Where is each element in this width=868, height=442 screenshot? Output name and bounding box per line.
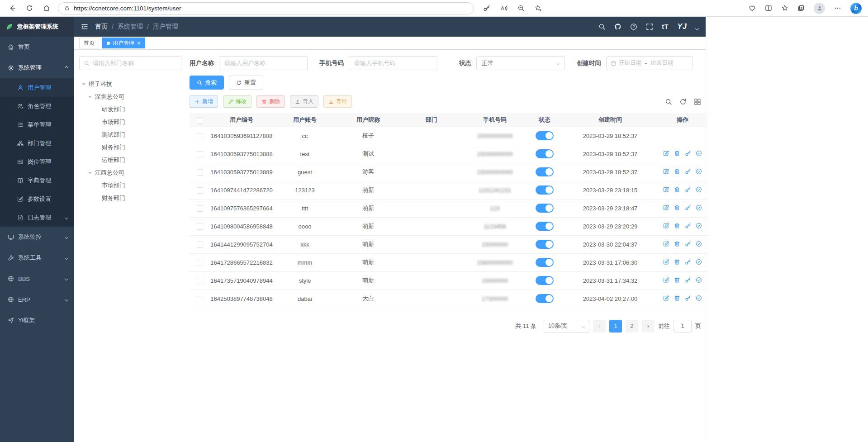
reset-password-icon[interactable] <box>685 168 691 175</box>
edit-icon[interactable] <box>663 168 669 175</box>
add-button[interactable]: 新增 <box>190 95 218 108</box>
browser-essentials-icon[interactable] <box>749 5 756 12</box>
assign-role-icon[interactable] <box>696 259 702 265</box>
sidebar-item-user-management[interactable]: 用户管理 <box>0 78 74 97</box>
row-checkbox[interactable] <box>197 223 203 230</box>
fullscreen-icon[interactable] <box>646 23 653 30</box>
delete-icon[interactable] <box>674 277 680 283</box>
delete-icon[interactable] <box>674 223 680 229</box>
delete-icon[interactable] <box>674 150 680 157</box>
favorite-add-icon[interactable] <box>535 5 542 12</box>
tree-node-branch[interactable]: 深圳总公司 <box>79 90 181 103</box>
username-input[interactable] <box>224 60 302 67</box>
sidebar-item-dept-management[interactable]: 部门管理 <box>0 134 74 152</box>
sidebar-item-menu-management[interactable]: 菜单管理 <box>0 115 74 134</box>
delete-icon[interactable] <box>674 259 680 265</box>
page-size-select[interactable]: 10条/页 <box>544 320 589 333</box>
row-checkbox[interactable] <box>197 260 203 266</box>
breadcrumb-home[interactable]: 首页 <box>95 23 108 31</box>
delete-icon[interactable] <box>674 204 680 211</box>
favorites-bar-icon[interactable] <box>781 5 788 12</box>
assign-role-icon[interactable] <box>696 204 702 211</box>
edit-icon[interactable] <box>663 277 669 283</box>
sidebar-item-log-management[interactable]: 日志管理 <box>0 208 74 227</box>
sidebar-item-post-management[interactable]: 岗位管理 <box>0 152 74 171</box>
toggle-search-icon[interactable] <box>665 98 672 105</box>
split-screen-icon[interactable] <box>765 5 772 12</box>
next-page-button[interactable]: › <box>642 320 655 333</box>
back-button[interactable] <box>6 2 18 14</box>
department-search-box[interactable] <box>79 56 181 70</box>
row-checkbox[interactable] <box>197 205 203 212</box>
chevron-down-icon[interactable] <box>695 27 699 30</box>
status-toggle[interactable] <box>536 240 554 249</box>
tab-home[interactable]: 首页 <box>79 38 99 48</box>
prev-page-button[interactable]: ‹ <box>593 320 606 333</box>
tree-caret-icon[interactable] <box>88 172 92 174</box>
assign-role-icon[interactable] <box>696 223 702 229</box>
reset-password-icon[interactable] <box>685 259 691 265</box>
reset-password-icon[interactable] <box>685 223 691 229</box>
edit-icon[interactable] <box>663 204 669 211</box>
delete-icon[interactable] <box>674 241 680 247</box>
tree-node-leaf[interactable]: 财务部门 <box>79 141 181 154</box>
department-search-input[interactable] <box>93 60 176 67</box>
sidebar-item-system-management[interactable]: 系统管理 <box>0 57 74 78</box>
status-toggle[interactable] <box>536 185 554 195</box>
tree-caret-icon[interactable] <box>88 96 92 98</box>
search-icon[interactable] <box>598 23 606 30</box>
status-toggle[interactable] <box>536 167 554 176</box>
home-button[interactable] <box>41 2 52 14</box>
status-toggle[interactable] <box>536 131 554 140</box>
breadcrumb-system[interactable]: 系统管理 <box>118 23 143 31</box>
import-button[interactable]: 导入 <box>290 95 318 108</box>
more-icon[interactable] <box>834 5 841 12</box>
tree-node-leaf[interactable]: 市场部门 <box>79 116 181 128</box>
page-button-1[interactable]: 1 <box>609 320 622 333</box>
row-checkbox[interactable] <box>197 187 203 194</box>
status-toggle[interactable] <box>536 294 554 303</box>
address-bar[interactable]: https://ccnetcore.com:1101/system/user <box>58 2 474 14</box>
row-checkbox[interactable] <box>197 169 203 176</box>
reset-password-icon[interactable] <box>685 150 691 157</box>
status-toggle[interactable] <box>536 258 554 267</box>
row-checkbox[interactable] <box>197 133 203 139</box>
row-checkbox[interactable] <box>197 242 203 248</box>
sidebar-item-bbs[interactable]: BBS <box>0 268 74 289</box>
font-size-icon[interactable]: tT <box>662 23 669 30</box>
phone-input[interactable] <box>354 60 432 67</box>
edit-icon[interactable] <box>663 295 669 301</box>
sidebar-item-param-settings[interactable]: 参数设置 <box>0 190 74 208</box>
zoom-icon[interactable] <box>517 5 525 12</box>
tab-user-management[interactable]: 用户管理 × <box>102 38 145 48</box>
row-checkbox[interactable] <box>197 296 203 302</box>
tree-node-leaf[interactable]: 财务部门 <box>79 192 181 204</box>
reset-password-icon[interactable] <box>685 241 691 247</box>
edit-button[interactable]: 修改 <box>223 95 251 108</box>
tree-node-leaf[interactable]: 运维部门 <box>79 154 181 166</box>
tree-caret-icon[interactable] <box>82 83 85 86</box>
column-settings-grid-icon[interactable] <box>694 98 701 105</box>
refresh-button[interactable] <box>24 2 35 14</box>
refresh-table-icon[interactable] <box>679 98 687 105</box>
browser-profile-avatar[interactable] <box>814 3 825 14</box>
select-all-checkbox[interactable] <box>197 117 203 124</box>
sidebar-item-yi-framework[interactable]: Yi框架 <box>0 310 74 331</box>
goto-page-input[interactable] <box>674 320 692 333</box>
tree-node-leaf[interactable]: 测试部门 <box>79 128 181 141</box>
delete-icon[interactable] <box>674 168 680 175</box>
delete-icon[interactable] <box>674 295 680 301</box>
export-button[interactable]: 导出 <box>323 95 352 108</box>
edit-icon[interactable] <box>663 223 669 229</box>
delete-button[interactable]: 删除 <box>256 95 285 108</box>
row-checkbox[interactable] <box>197 278 203 284</box>
assign-role-icon[interactable] <box>696 295 702 301</box>
row-checkbox[interactable] <box>197 151 203 157</box>
reset-password-icon[interactable] <box>685 295 691 301</box>
sidebar-item-erp[interactable]: ERP <box>0 289 74 310</box>
search-button[interactable]: 搜索 <box>190 76 224 90</box>
status-toggle[interactable] <box>536 276 554 285</box>
status-toggle[interactable] <box>536 204 554 213</box>
sidebar-item-dict-management[interactable]: 字典管理 <box>0 171 74 190</box>
assign-role-icon[interactable] <box>696 186 702 193</box>
